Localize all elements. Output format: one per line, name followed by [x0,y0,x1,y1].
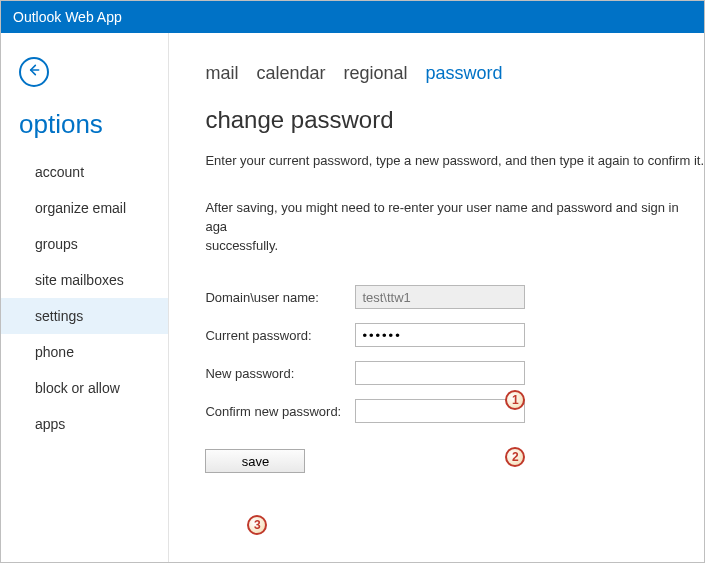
row-confirm-password: Confirm new password: [205,399,704,423]
row-domain-user: Domain\user name: [205,285,704,309]
label-current-password: Current password: [205,328,355,343]
page-title: change password [205,106,704,134]
tab-calendar[interactable]: calendar [256,63,325,84]
tab-mail[interactable]: mail [205,63,238,84]
label-new-password: New password: [205,366,355,381]
input-domain-user [355,285,525,309]
row-current-password: Current password: [205,323,704,347]
back-arrow-icon [26,62,42,82]
input-confirm-password[interactable] [355,399,525,423]
row-new-password: New password: [205,361,704,385]
sidebar: options account organize email groups si… [1,33,169,562]
tab-password[interactable]: password [426,63,503,84]
instruction-2-line1: After saving, you might need to re-enter… [205,200,678,234]
instruction-2-line2: successfully. [205,238,278,253]
sidebar-item-site-mailboxes[interactable]: site mailboxes [1,262,168,298]
app-name: Outlook Web App [13,9,122,25]
body: options account organize email groups si… [1,33,704,562]
sidebar-item-block-or-allow[interactable]: block or allow [1,370,168,406]
sidebar-item-account[interactable]: account [1,154,168,190]
sidebar-item-settings[interactable]: settings [1,298,168,334]
instruction-1: Enter your current password, type a new … [205,152,704,171]
back-button[interactable] [19,57,49,87]
sidebar-nav: account organize email groups site mailb… [1,154,168,442]
main-pane: mail calendar regional password change p… [169,33,704,562]
input-new-password[interactable] [355,361,525,385]
sidebar-item-organize-email[interactable]: organize email [1,190,168,226]
callout-3: 3 [247,515,267,535]
sidebar-item-apps[interactable]: apps [1,406,168,442]
titlebar: Outlook Web App [1,1,704,33]
options-heading: options [19,109,168,140]
tab-regional[interactable]: regional [343,63,407,84]
input-current-password[interactable] [355,323,525,347]
app-window: Outlook Web App options account organize… [0,0,705,563]
sidebar-item-phone[interactable]: phone [1,334,168,370]
label-domain-user: Domain\user name: [205,290,355,305]
tabs: mail calendar regional password [205,63,704,84]
sidebar-item-groups[interactable]: groups [1,226,168,262]
save-row: save [205,449,704,473]
save-button[interactable]: save [205,449,305,473]
label-confirm-password: Confirm new password: [205,404,355,419]
instruction-2: After saving, you might need to re-enter… [205,199,704,256]
